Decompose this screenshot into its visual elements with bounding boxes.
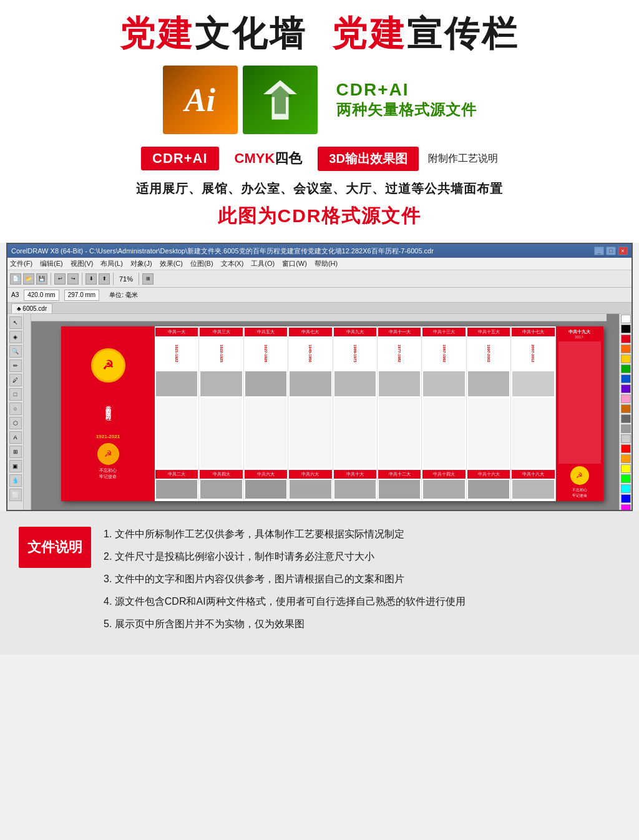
open-button[interactable]: 📂 bbox=[23, 273, 34, 285]
col2-sub-header: 中共四大 bbox=[200, 470, 242, 479]
status-bar: ◀ 4 1 的 1 ▶ -3.717,292 -4.648... C:0 M:0… bbox=[24, 510, 619, 511]
undo-button[interactable]: ↩ bbox=[54, 273, 66, 285]
col5-header: 中共九大 bbox=[334, 328, 376, 336]
col6-image bbox=[379, 371, 420, 396]
ellipse-tool[interactable]: ○ bbox=[9, 403, 22, 415]
menu-effects[interactable]: 效果(C) bbox=[160, 259, 183, 268]
new-button[interactable]: 📄 bbox=[10, 273, 21, 285]
menu-object[interactable]: 对象(J) bbox=[130, 259, 152, 268]
export-button[interactable]: ⬆ bbox=[99, 273, 110, 285]
format-line1: CDR+AI bbox=[336, 80, 477, 100]
col1-year: 1921-1922 bbox=[175, 338, 178, 369]
rect-tool[interactable]: □ bbox=[9, 388, 22, 401]
palette-color-pink[interactable] bbox=[621, 394, 631, 403]
col6-text bbox=[379, 398, 420, 468]
canvas-work-area[interactable]: ☭ 党的百年历程 1921-2021 ☭ 不忘初心牢记使命 bbox=[24, 314, 619, 511]
palette-color-black[interactable] bbox=[621, 325, 631, 333]
col1-sub-header: 中共二大 bbox=[155, 470, 198, 479]
palette-color-lime[interactable] bbox=[621, 474, 631, 483]
toolbar-separator-4 bbox=[139, 273, 139, 285]
minimize-button[interactable]: _ bbox=[594, 247, 604, 255]
fill-tool[interactable]: ▣ bbox=[9, 460, 22, 472]
polygon-tool[interactable]: ⬡ bbox=[9, 417, 22, 429]
menu-view[interactable]: 视图(V) bbox=[71, 259, 94, 268]
table-tool[interactable]: ⊞ bbox=[9, 446, 22, 458]
tag-cdr-ai: CDR+AI bbox=[141, 147, 219, 170]
bottom-slogan: 不忘初心牢记使命 bbox=[99, 467, 117, 480]
menu-help[interactable]: 帮助(H) bbox=[315, 259, 338, 268]
col1-sub-image bbox=[156, 480, 197, 499]
col7-image bbox=[423, 371, 464, 396]
select-tool[interactable]: ↖ bbox=[9, 316, 22, 329]
palette-color-green[interactable] bbox=[621, 364, 631, 373]
window-controls[interactable]: _ □ × bbox=[594, 247, 628, 255]
close-button[interactable]: × bbox=[618, 247, 628, 255]
tag-cmyk: CMYK四色 bbox=[228, 145, 309, 172]
toolbar-separator-3 bbox=[113, 273, 114, 285]
col3-year: 1927-1928 bbox=[264, 338, 268, 369]
palette-color-magenta[interactable] bbox=[621, 504, 631, 511]
palette-color-red[interactable] bbox=[621, 335, 631, 343]
col3-sub-header: 中共六大 bbox=[245, 470, 287, 479]
text-tool[interactable]: A bbox=[9, 431, 22, 444]
menu-window[interactable]: 窗口(W) bbox=[282, 259, 307, 268]
save-button[interactable]: 💾 bbox=[36, 273, 47, 285]
design-canvas: ☭ 党的百年历程 1921-2021 ☭ 不忘初心牢记使命 bbox=[61, 326, 603, 501]
col4-text bbox=[290, 398, 331, 468]
col7-sub-image bbox=[423, 480, 464, 499]
palette-color-orange[interactable] bbox=[621, 344, 631, 353]
col6-sub-header: 中共十二大 bbox=[378, 470, 421, 479]
file-desc-item-5: 5. 展示页中所含图片并不为实物，仅为效果图 bbox=[104, 617, 620, 632]
bottom-section: 文件说明 1. 文件中所标制作工艺仅供参考，具体制作工艺要根据实际情况制定 2.… bbox=[0, 511, 639, 655]
timeline-col-6: 中共十一大 1977-1982 中共十二大 bbox=[378, 326, 422, 501]
col2-year: 1922-1925 bbox=[220, 338, 223, 369]
palette-color-purple[interactable] bbox=[621, 384, 631, 393]
col7-sub-header: 中共十四大 bbox=[422, 470, 465, 479]
icons-row: Ai CDR+AI 两种矢量格式源文件 bbox=[19, 66, 620, 134]
maximize-button[interactable]: □ bbox=[606, 247, 616, 255]
palette-color-silver[interactable] bbox=[621, 434, 631, 443]
col6-year: 1977-1982 bbox=[398, 338, 401, 369]
shape-tool[interactable]: ◈ bbox=[9, 331, 22, 343]
col8-text bbox=[468, 398, 509, 468]
snap-button[interactable]: ⊞ bbox=[142, 273, 154, 285]
toolbox: ↖ ◈ 🔍 ✏ 🖊 □ ○ ⬡ A ⊞ ▣ 💧 ⬜ bbox=[7, 314, 24, 511]
pen-tool[interactable]: 🖊 bbox=[9, 374, 22, 386]
menu-text[interactable]: 文本(X) bbox=[221, 259, 244, 268]
import-button[interactable]: ⬇ bbox=[85, 273, 97, 285]
height-input[interactable]: 297.0 mm bbox=[64, 290, 99, 301]
palette-color-cyan[interactable] bbox=[621, 484, 631, 493]
palette-color-lightgray[interactable] bbox=[621, 424, 631, 433]
palette-color-blue[interactable] bbox=[621, 374, 631, 383]
file-desc-label: 文件说明 bbox=[19, 527, 91, 568]
palette-color-bright-yellow[interactable] bbox=[621, 464, 631, 473]
freehand-tool[interactable]: ✏ bbox=[9, 359, 22, 372]
menu-file[interactable]: 文件(F) bbox=[10, 259, 32, 268]
cmyk-suffix: 四色 bbox=[275, 150, 302, 166]
color-palette bbox=[619, 314, 632, 511]
design-timeline: 中共一大 1921-1922 中共二大 中共三大 1922-1925 中共四大 bbox=[155, 326, 603, 501]
file-tab[interactable]: ♣ 6005.cdr bbox=[11, 303, 52, 313]
zoom-tool[interactable]: 🔍 bbox=[9, 345, 22, 358]
outline-tool[interactable]: ⬜ bbox=[9, 489, 22, 501]
menu-layout[interactable]: 布局(L) bbox=[100, 259, 122, 268]
eyedropper-tool[interactable]: 💧 bbox=[9, 474, 22, 487]
width-input[interactable]: 420.0 mm bbox=[24, 290, 59, 301]
menu-bitmap[interactable]: 位图(B) bbox=[190, 259, 213, 268]
palette-color-gray[interactable] bbox=[621, 414, 631, 423]
col8-header: 中共十五大 bbox=[467, 328, 510, 336]
format-line2: 两种矢量格式源文件 bbox=[336, 100, 477, 120]
palette-color-amber[interactable] bbox=[621, 454, 631, 463]
palette-color-bright-red[interactable] bbox=[621, 444, 631, 453]
col8-year: 1997-2002 bbox=[487, 338, 490, 369]
col1-image bbox=[156, 371, 197, 396]
palette-color-white[interactable] bbox=[621, 315, 631, 323]
menu-tools[interactable]: 工具(O) bbox=[251, 259, 275, 268]
redo-button[interactable]: ↪ bbox=[67, 273, 79, 285]
menu-edit[interactable]: 编辑(E) bbox=[40, 259, 63, 268]
palette-color-yellow[interactable] bbox=[621, 354, 631, 363]
timeline-col-10: 中共十九大 2017- ☭ 不忘初心牢记使命 bbox=[556, 326, 603, 501]
palette-color-bright-blue[interactable] bbox=[621, 494, 631, 503]
col4-sub-header: 中共六大 bbox=[289, 470, 331, 479]
palette-color-brown[interactable] bbox=[621, 404, 631, 413]
